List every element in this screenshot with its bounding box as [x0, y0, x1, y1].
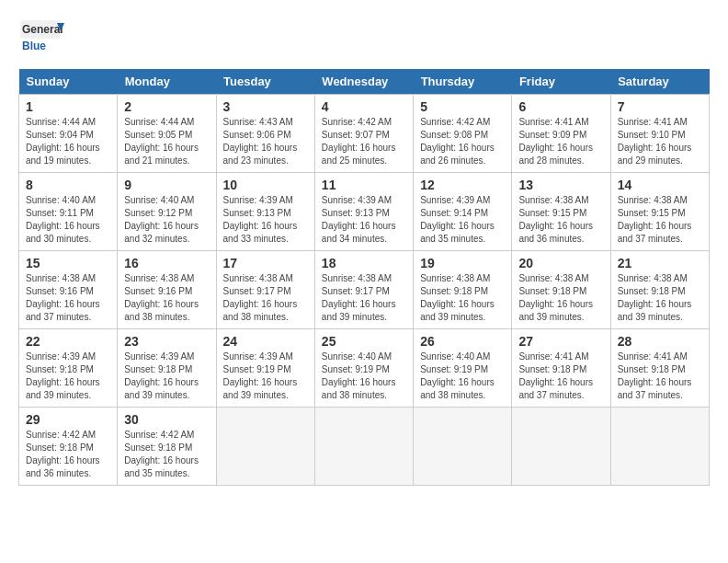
day-number: 1 [26, 99, 110, 114]
day-number: 27 [518, 334, 603, 349]
day-number: 7 [618, 99, 702, 114]
day-info: Sunrise: 4:44 AMSunset: 9:05 PMDaylight:… [124, 116, 209, 167]
calendar-cell: 25Sunrise: 4:40 AMSunset: 9:19 PMDayligh… [314, 329, 413, 408]
day-info: Sunrise: 4:39 AMSunset: 9:18 PMDaylight:… [124, 350, 209, 402]
day-info: Sunrise: 4:43 AMSunset: 9:06 PMDaylight:… [223, 116, 308, 167]
calendar-cell: 23Sunrise: 4:39 AMSunset: 9:18 PMDayligh… [118, 329, 216, 408]
day-number: 16 [124, 256, 209, 270]
day-number: 13 [518, 178, 603, 192]
day-number: 22 [26, 334, 110, 349]
header-tuesday: Tuesday [216, 69, 314, 95]
calendar-cell: 14Sunrise: 4:38 AMSunset: 9:15 PMDayligh… [610, 173, 709, 251]
day-info: Sunrise: 4:41 AMSunset: 9:10 PMDaylight:… [618, 116, 702, 167]
header-row: SundayMondayTuesdayWednesdayThursdayFrid… [19, 69, 710, 95]
day-info: Sunrise: 4:39 AMSunset: 9:18 PMDaylight:… [26, 350, 110, 402]
calendar-cell [314, 408, 413, 486]
header-thursday: Thursday [414, 69, 512, 95]
calendar-cell: 30Sunrise: 4:42 AMSunset: 9:18 PMDayligh… [118, 408, 216, 486]
day-info: Sunrise: 4:38 AMSunset: 9:17 PMDaylight:… [223, 272, 308, 324]
day-info: Sunrise: 4:39 AMSunset: 9:14 PMDaylight:… [420, 194, 505, 246]
day-number: 4 [322, 99, 406, 114]
day-info: Sunrise: 4:41 AMSunset: 9:18 PMDaylight:… [518, 350, 603, 402]
calendar-table: SundayMondayTuesdayWednesdayThursdayFrid… [18, 69, 710, 486]
day-number: 12 [420, 178, 505, 192]
day-info: Sunrise: 4:44 AMSunset: 9:04 PMDaylight:… [26, 116, 110, 167]
calendar-cell: 5Sunrise: 4:42 AMSunset: 9:08 PMDaylight… [414, 95, 512, 173]
day-info: Sunrise: 4:38 AMSunset: 9:16 PMDaylight:… [26, 272, 110, 324]
day-info: Sunrise: 4:39 AMSunset: 9:13 PMDaylight:… [322, 194, 406, 246]
page-header: General Blue [18, 18, 710, 60]
day-number: 11 [322, 178, 406, 192]
calendar-cell: 18Sunrise: 4:38 AMSunset: 9:17 PMDayligh… [314, 251, 413, 329]
day-info: Sunrise: 4:38 AMSunset: 9:18 PMDaylight:… [518, 272, 603, 324]
calendar-cell [610, 408, 709, 486]
calendar-cell: 16Sunrise: 4:38 AMSunset: 9:16 PMDayligh… [118, 251, 216, 329]
day-number: 29 [26, 412, 110, 427]
calendar-cell: 10Sunrise: 4:39 AMSunset: 9:13 PMDayligh… [216, 173, 314, 251]
day-number: 28 [618, 334, 702, 349]
calendar-cell: 4Sunrise: 4:42 AMSunset: 9:07 PMDaylight… [314, 95, 413, 173]
header-monday: Monday [118, 69, 216, 95]
calendar-cell: 11Sunrise: 4:39 AMSunset: 9:13 PMDayligh… [314, 173, 413, 251]
calendar-cell: 26Sunrise: 4:40 AMSunset: 9:19 PMDayligh… [414, 329, 512, 408]
calendar-cell: 15Sunrise: 4:38 AMSunset: 9:16 PMDayligh… [19, 251, 118, 329]
header-wednesday: Wednesday [314, 69, 413, 95]
week-row-5: 29Sunrise: 4:42 AMSunset: 9:18 PMDayligh… [19, 408, 710, 486]
calendar-cell: 21Sunrise: 4:38 AMSunset: 9:18 PMDayligh… [610, 251, 709, 329]
week-row-2: 8Sunrise: 4:40 AMSunset: 9:11 PMDaylight… [19, 173, 710, 251]
day-info: Sunrise: 4:40 AMSunset: 9:11 PMDaylight:… [26, 194, 110, 246]
day-info: Sunrise: 4:38 AMSunset: 9:17 PMDaylight:… [322, 272, 406, 324]
day-info: Sunrise: 4:42 AMSunset: 9:18 PMDaylight:… [124, 429, 209, 480]
calendar-cell: 7Sunrise: 4:41 AMSunset: 9:10 PMDaylight… [610, 95, 709, 173]
day-number: 8 [26, 178, 110, 192]
day-info: Sunrise: 4:40 AMSunset: 9:19 PMDaylight:… [420, 350, 505, 402]
calendar-cell: 6Sunrise: 4:41 AMSunset: 9:09 PMDaylight… [512, 95, 610, 173]
calendar-cell: 27Sunrise: 4:41 AMSunset: 9:18 PMDayligh… [512, 329, 610, 408]
day-number: 18 [322, 256, 406, 270]
day-number: 23 [124, 334, 209, 349]
day-info: Sunrise: 4:39 AMSunset: 9:13 PMDaylight:… [223, 194, 308, 246]
day-info: Sunrise: 4:42 AMSunset: 9:18 PMDaylight:… [26, 429, 110, 480]
day-number: 5 [420, 99, 505, 114]
calendar-cell: 13Sunrise: 4:38 AMSunset: 9:15 PMDayligh… [512, 173, 610, 251]
calendar-cell: 3Sunrise: 4:43 AMSunset: 9:06 PMDaylight… [216, 95, 314, 173]
calendar-cell: 1Sunrise: 4:44 AMSunset: 9:04 PMDaylight… [19, 95, 118, 173]
calendar-cell: 29Sunrise: 4:42 AMSunset: 9:18 PMDayligh… [19, 408, 118, 486]
day-info: Sunrise: 4:40 AMSunset: 9:19 PMDaylight:… [322, 350, 406, 402]
calendar-cell: 8Sunrise: 4:40 AMSunset: 9:11 PMDaylight… [19, 173, 118, 251]
day-number: 3 [223, 99, 308, 114]
day-number: 21 [618, 256, 702, 270]
day-info: Sunrise: 4:40 AMSunset: 9:12 PMDaylight:… [124, 194, 209, 246]
day-number: 6 [518, 99, 603, 114]
day-number: 30 [124, 412, 209, 427]
calendar-cell: 2Sunrise: 4:44 AMSunset: 9:05 PMDaylight… [118, 95, 216, 173]
calendar-cell: 12Sunrise: 4:39 AMSunset: 9:14 PMDayligh… [414, 173, 512, 251]
day-number: 19 [420, 256, 505, 270]
logo-svg: General Blue [18, 18, 64, 60]
day-info: Sunrise: 4:38 AMSunset: 9:15 PMDaylight:… [518, 194, 603, 246]
day-number: 20 [518, 256, 603, 270]
day-number: 26 [420, 334, 505, 349]
day-number: 9 [124, 178, 209, 192]
calendar-cell: 24Sunrise: 4:39 AMSunset: 9:19 PMDayligh… [216, 329, 314, 408]
day-info: Sunrise: 4:39 AMSunset: 9:19 PMDaylight:… [223, 350, 308, 402]
svg-text:Blue: Blue [22, 40, 46, 52]
calendar-cell: 17Sunrise: 4:38 AMSunset: 9:17 PMDayligh… [216, 251, 314, 329]
day-number: 15 [26, 256, 110, 270]
header-friday: Friday [512, 69, 610, 95]
day-info: Sunrise: 4:42 AMSunset: 9:07 PMDaylight:… [322, 116, 406, 167]
day-number: 24 [223, 334, 308, 349]
day-info: Sunrise: 4:38 AMSunset: 9:18 PMDaylight:… [420, 272, 505, 324]
day-info: Sunrise: 4:38 AMSunset: 9:18 PMDaylight:… [618, 272, 702, 324]
day-info: Sunrise: 4:41 AMSunset: 9:09 PMDaylight:… [518, 116, 603, 167]
calendar-cell [414, 408, 512, 486]
calendar-cell: 22Sunrise: 4:39 AMSunset: 9:18 PMDayligh… [19, 329, 118, 408]
day-number: 25 [322, 334, 406, 349]
day-number: 10 [223, 178, 308, 192]
calendar-cell [512, 408, 610, 486]
day-info: Sunrise: 4:41 AMSunset: 9:18 PMDaylight:… [618, 350, 702, 402]
day-number: 17 [223, 256, 308, 270]
header-sunday: Sunday [19, 69, 118, 95]
week-row-4: 22Sunrise: 4:39 AMSunset: 9:18 PMDayligh… [19, 329, 710, 408]
day-info: Sunrise: 4:42 AMSunset: 9:08 PMDaylight:… [420, 116, 505, 167]
